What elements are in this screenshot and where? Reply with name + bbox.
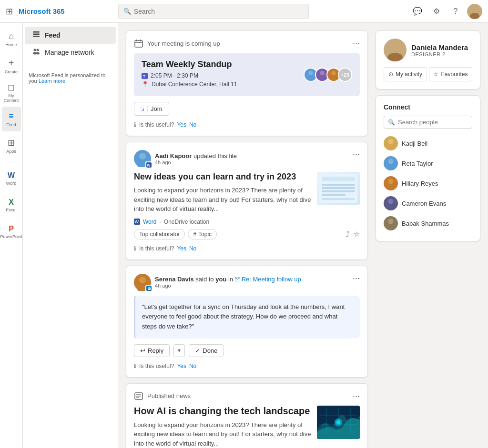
news-card-header: Published news ··· <box>134 391 360 401</box>
message-bubble: "Let's get together for a sync on Thursd… <box>134 296 360 338</box>
svg-text:T: T <box>143 74 145 79</box>
message-useful-text: Is this useful? <box>139 363 174 369</box>
settings-icon[interactable]: ⚙ <box>429 4 444 19</box>
post-content-row: New ideas you can learn and try in 2023 … <box>134 172 360 219</box>
svg-point-5 <box>34 49 36 51</box>
post-thumbnail <box>317 172 360 205</box>
feed-column: Your meeting is coming up ··· Team Weekl… <box>126 30 368 448</box>
join-button[interactable]: J Join <box>134 102 169 116</box>
post-title: New ideas you can learn and try in 2023 <box>134 172 311 182</box>
sidebar-item-excel[interactable]: X Excel <box>2 193 21 218</box>
news-header-left: Published news <box>134 391 191 401</box>
news-thumbnail <box>317 406 360 439</box>
reply-button[interactable]: ↩ Reply <box>134 344 170 357</box>
svg-point-18 <box>318 76 326 80</box>
sidebar-item-powerpoint[interactable]: P PowerPoint <box>2 219 21 244</box>
message-yes-link[interactable]: Yes <box>177 363 186 369</box>
search-input[interactable] <box>134 8 304 15</box>
user-avatar[interactable] <box>467 4 482 19</box>
apps-grid-icon[interactable]: ⊞ <box>6 6 13 17</box>
my-content-icon: ◻ <box>8 82 15 92</box>
profile-card: Daniela Mandera DESIGNER 2 ⊙ My activity… <box>376 30 480 90</box>
person-item-0[interactable]: Kadji Bell <box>384 133 472 153</box>
favourites-label: Favourites <box>441 71 468 78</box>
nav-item-feed[interactable]: Feed <box>25 27 116 44</box>
svg-point-60 <box>386 185 395 190</box>
people-list: Kadji Bell Reta Taylor Hillary Reyes <box>384 133 472 233</box>
favourites-tab[interactable]: ☆ Favourites <box>429 67 472 81</box>
post-tag-topic[interactable]: # Topic <box>188 229 217 239</box>
svg-point-23 <box>139 153 146 159</box>
learn-more-link[interactable]: Learn more <box>39 78 65 84</box>
connect-search-bar[interactable]: 🔍 <box>384 116 472 129</box>
reply-dropdown-button[interactable]: ▾ <box>173 344 185 357</box>
app-logo: Microsoft 365 <box>19 7 65 15</box>
sidebar-item-create[interactable]: + Create <box>2 53 21 78</box>
news-icon <box>134 391 143 401</box>
source-separator: · <box>159 219 161 225</box>
person-item-3[interactable]: Cameron Evans <box>384 193 472 213</box>
share-icon[interactable]: ⤴ <box>346 230 350 239</box>
word-source-icon: W <box>134 219 140 225</box>
svg-point-8 <box>36 52 40 55</box>
post-action-icons: ⤴ ☆ <box>346 230 360 239</box>
profile-header: Daniela Mandera DESIGNER 2 <box>384 39 472 61</box>
manage-network-icon <box>32 48 40 57</box>
post-tag-collaborator[interactable]: Top collaborator <box>134 229 185 239</box>
person-item-1[interactable]: Reta Taylor <box>384 153 472 173</box>
post-source-link[interactable]: Word <box>143 219 156 225</box>
message-card-header: 💬 Serena Davis said to you in <box>134 274 360 296</box>
nav-item-manage-network[interactable]: Manage network <box>25 44 116 61</box>
search-bar[interactable]: 🔍 <box>118 4 309 19</box>
person-name-1: Reta Taylor <box>402 160 433 167</box>
meeting-more-button[interactable]: ··· <box>353 39 360 48</box>
nav-footer: Microsoft Feed is personalized to you Le… <box>23 61 118 88</box>
sidebar-label-create: Create <box>5 70 18 74</box>
sidebar-item-word[interactable]: W Word <box>2 166 21 191</box>
done-button[interactable]: ✓ Done <box>189 344 224 357</box>
feedback-icon[interactable]: 💬 <box>410 4 425 19</box>
person-item-4[interactable]: Babak Shammas <box>384 213 472 233</box>
person-item-2[interactable]: Hillary Reyes <box>384 173 472 193</box>
connect-search-input[interactable] <box>398 119 468 126</box>
message-no-link[interactable]: No <box>189 363 196 369</box>
star-icon[interactable]: ☆ <box>354 230 360 239</box>
svg-point-58 <box>386 165 395 170</box>
post-time: 4h ago <box>155 159 237 165</box>
news-more-button[interactable]: ··· <box>353 392 360 400</box>
news-title: How AI is changing the tech landscape <box>134 406 311 417</box>
news-text: How AI is changing the tech landscape Lo… <box>134 406 311 448</box>
sidebar-item-feed[interactable]: ≡ Feed <box>2 107 21 131</box>
home-icon: ⌂ <box>9 31 14 41</box>
topbar: ⊞ Microsoft 365 🔍 💬 ⚙ ? <box>0 0 488 23</box>
svg-text:W: W <box>135 219 139 224</box>
meeting-card-header: Your meeting is coming up ··· <box>134 39 360 48</box>
svg-point-15 <box>308 70 313 75</box>
sidebar-item-my-content[interactable]: ◻ My Content <box>2 80 21 105</box>
sidebar-item-home[interactable]: ⌂ Home <box>2 27 21 51</box>
connect-search-icon: 🔍 <box>388 119 395 126</box>
connect-card: Connect 🔍 Kadji Bell <box>376 95 480 241</box>
content-area: Your meeting is coming up ··· Team Weekl… <box>118 23 488 448</box>
sidebar-label-powerpoint: PowerPoint <box>0 234 22 239</box>
message-time: 4h ago <box>155 283 301 289</box>
svg-point-20 <box>330 76 337 80</box>
meeting-yes-link[interactable]: Yes <box>177 121 186 128</box>
message-avatar-wrap: 💬 <box>134 274 151 291</box>
sidebar-item-apps[interactable]: ⊞ Apps <box>2 133 21 158</box>
person-avatar-2 <box>384 176 398 190</box>
activity-tab[interactable]: ⊙ My activity <box>384 67 427 81</box>
meeting-no-link[interactable]: No <box>189 121 196 128</box>
svg-rect-9 <box>135 40 142 47</box>
post-no-link[interactable]: No <box>189 245 196 252</box>
post-yes-link[interactable]: Yes <box>177 245 186 252</box>
svg-point-16 <box>307 76 315 80</box>
person-avatar-0 <box>384 136 398 150</box>
message-more-button[interactable]: ··· <box>353 274 360 282</box>
sidebar-label-feed: Feed <box>6 122 16 127</box>
join-label: Join <box>151 105 162 112</box>
hashtag-icon: # <box>193 231 196 238</box>
sidebar-label-excel: Excel <box>6 208 16 212</box>
help-icon[interactable]: ? <box>448 4 463 19</box>
post-more-button[interactable]: ··· <box>353 150 360 159</box>
